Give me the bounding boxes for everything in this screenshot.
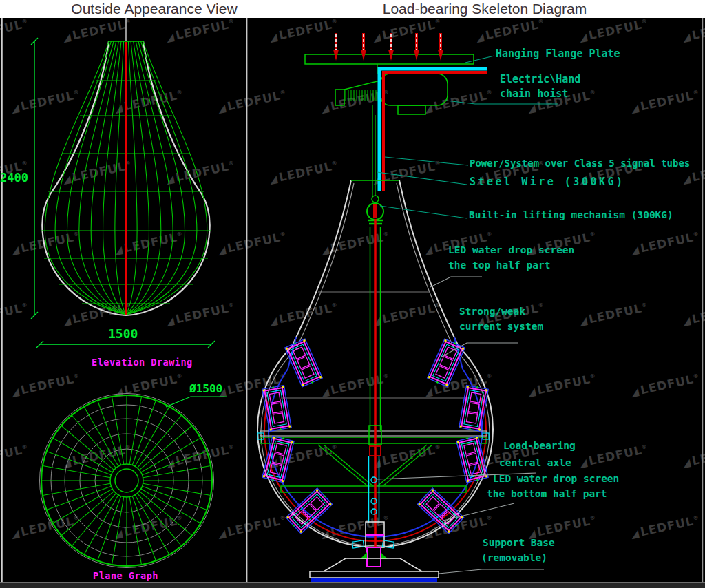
callout-steel-wire: Steel Wire (300KG) <box>470 177 625 187</box>
signal-tubes <box>379 69 487 191</box>
chain-hoist <box>335 74 448 114</box>
callout-current-system-line2: current system <box>459 322 543 332</box>
cad-sheet: Outside Appearance View Load-bearing Ske… <box>0 0 705 588</box>
callout-central-axle-line1: Load-bearing <box>503 441 576 451</box>
cross-beam-gray <box>260 431 487 436</box>
callout-current-system-line1: Strong/weak <box>459 306 525 317</box>
dim-height-label: 2400 <box>0 172 28 184</box>
led-module <box>427 338 465 388</box>
callout-bottom-screen-line2: the bottom half part <box>487 489 607 499</box>
sheet-borders <box>0 18 705 588</box>
callout-support-base-line1: Support Base <box>483 538 555 548</box>
callout-top-screen-line1: LED water drop screen <box>448 245 574 255</box>
cross-beam-upper <box>260 437 487 443</box>
led-module <box>284 338 323 388</box>
right-panel-title: Load-bearing Skeleton Diagram <box>364 1 606 17</box>
cad-drawing <box>0 0 705 588</box>
caption-elevation-drawing: Elevation Drawing <box>92 358 193 368</box>
callout-top-screen-line2: the top half part <box>448 260 550 271</box>
callout-hanging-flange-plate: Hanging Flange Plate <box>496 49 620 59</box>
hanging-flange-plate <box>305 54 474 64</box>
cross-beam-lower <box>281 486 466 492</box>
width-dimension <box>36 341 215 348</box>
callout-bottom-screen-line1: LED water drop screen <box>493 474 619 484</box>
caption-plane-graph: Plane Graph <box>93 571 158 581</box>
callout-hoist-line2: chain hoist <box>500 89 568 99</box>
central-axle <box>369 219 382 547</box>
plane-spokes <box>41 395 212 566</box>
dim-diameter-label: Ø1500 <box>189 384 222 395</box>
height-dimension <box>31 38 38 319</box>
dim-width-label: 1500 <box>108 328 138 340</box>
left-panel-title: Outside Appearance View <box>61 1 248 17</box>
plane-graph <box>40 394 228 568</box>
callout-central-axle-line2: central axle <box>499 458 571 468</box>
callout-signal-tubes: Power/System over Class 5 signal tubes <box>470 158 690 168</box>
steel-wire <box>372 105 375 196</box>
power-line <box>383 72 487 191</box>
callout-support-base-line2: (removable) <box>481 553 547 563</box>
led-module <box>262 435 295 483</box>
anchor-arrows <box>333 33 443 61</box>
callout-hoist-line1: Electric\Hand <box>500 74 580 85</box>
elevation-drawing <box>31 18 215 348</box>
diameter-leader <box>166 397 227 407</box>
callout-lifting-mechanism: Built-in lifting mechanism (300KG) <box>469 210 673 220</box>
